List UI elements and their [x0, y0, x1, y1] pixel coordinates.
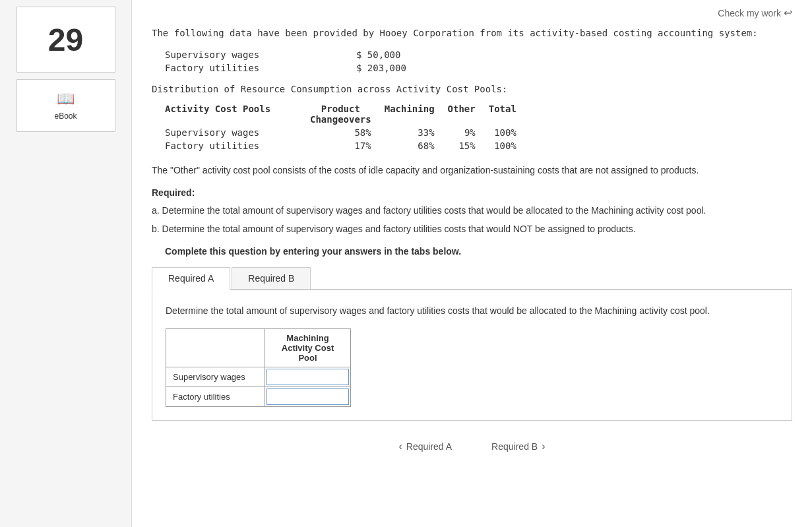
check-icon: ↩	[784, 7, 792, 19]
dist-header-total: Total	[489, 102, 530, 126]
dist-other-factory: 15%	[448, 139, 489, 152]
sidebar: 29 📖 eBook	[0, 0, 132, 527]
answer-header-machining: MachiningActivity CostPool	[265, 328, 351, 367]
nav-prev-button[interactable]: ‹ Required A	[399, 441, 453, 452]
question-number: 29	[16, 7, 115, 73]
cost-row-supervisory: Supervisory wages $ 50,000	[165, 49, 792, 60]
answer-table: MachiningActivity CostPool Supervisory w…	[166, 328, 351, 407]
dist-changeovers-supervisory: 58%	[310, 126, 385, 139]
intro-text: The following data have been provided by…	[152, 26, 792, 40]
dist-pool-factory: Factory utilities	[165, 139, 310, 152]
nav-prev-label: Required A	[406, 441, 452, 452]
dist-machining-factory: 68%	[385, 139, 448, 152]
nav-next-label: Required B	[491, 441, 538, 452]
tabs-container: Required A Required B	[152, 267, 792, 290]
dist-row-factory: Factory utilities 17% 68% 15% 100%	[165, 139, 530, 152]
supervisory-wages-input[interactable]	[266, 369, 349, 385]
tab-required-a[interactable]: Required A	[152, 267, 230, 290]
dist-header-changeovers: ProductChangeovers	[310, 102, 385, 126]
required-part-a: a. Determine the total amount of supervi…	[152, 203, 792, 218]
answer-row-factory: Factory utilities	[166, 387, 351, 406]
dist-changeovers-factory: 17%	[310, 139, 385, 152]
dist-total-supervisory: 100%	[489, 126, 530, 139]
ebook-button[interactable]: 📖 eBook	[16, 79, 115, 132]
distribution-title: Distribution of Resource Consumption acr…	[152, 84, 792, 94]
tab-a-description: Determine the total amount of supervisor…	[166, 303, 778, 318]
cost-label-factory: Factory utilities	[165, 63, 350, 73]
main-content: Check my work ↩ The following data have …	[132, 0, 812, 527]
bottom-navigation: ‹ Required A Required B ›	[152, 434, 792, 459]
cost-label-supervisory: Supervisory wages	[165, 49, 350, 60]
ebook-icon: 📖	[57, 90, 75, 108]
ebook-label: eBook	[54, 111, 77, 121]
answer-input-cell-factory[interactable]	[265, 387, 351, 406]
dist-header-other: Other	[448, 102, 489, 126]
dist-other-supervisory: 9%	[448, 126, 489, 139]
cost-data-table: Supervisory wages $ 50,000 Factory utili…	[165, 49, 792, 73]
required-label: Required:	[152, 187, 792, 198]
cost-value-factory: $ 203,000	[356, 63, 435, 73]
tab-required-b[interactable]: Required B	[232, 267, 311, 289]
required-part-b: b. Determine the total amount of supervi…	[152, 222, 792, 236]
dist-header-machining: Machining	[385, 102, 448, 126]
answer-label-factory: Factory utilities	[166, 387, 265, 406]
nav-next-button[interactable]: Required B ›	[491, 441, 545, 452]
dist-header-pool: Activity Cost Pools	[165, 102, 310, 126]
dist-total-factory: 100%	[489, 139, 530, 152]
answer-header-item	[166, 328, 265, 367]
other-note: The "Other" activity cost pool consists …	[152, 163, 792, 177]
chevron-left-icon: ‹	[399, 441, 402, 452]
tab-a-content: Determine the total amount of supervisor…	[152, 290, 792, 421]
check-work-button[interactable]: Check my work ↩	[718, 7, 792, 19]
cost-row-factory: Factory utilities $ 203,000	[165, 63, 792, 73]
distribution-table: Activity Cost Pools ProductChangeovers M…	[165, 102, 530, 152]
answer-label-supervisory: Supervisory wages	[166, 367, 265, 387]
dist-machining-supervisory: 33%	[385, 126, 448, 139]
factory-utilities-input[interactable]	[266, 388, 349, 405]
dist-pool-supervisory: Supervisory wages	[165, 126, 310, 139]
top-bar: Check my work ↩	[152, 7, 792, 19]
answer-row-supervisory: Supervisory wages	[166, 367, 351, 387]
complete-note: Complete this question by entering your …	[165, 246, 792, 257]
cost-value-supervisory: $ 50,000	[356, 49, 435, 60]
answer-input-cell-supervisory[interactable]	[265, 367, 351, 387]
chevron-right-icon: ›	[542, 441, 545, 452]
dist-row-supervisory: Supervisory wages 58% 33% 9% 100%	[165, 126, 530, 139]
